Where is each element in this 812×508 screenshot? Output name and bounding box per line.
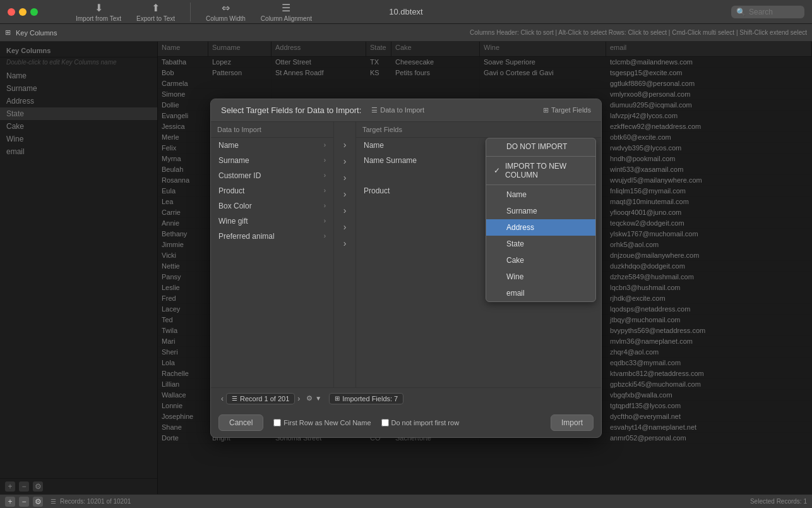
key-columns-label: Key Columns (16, 29, 57, 37)
toolbar-divider (190, 3, 191, 21)
selected-records: Selected Records: 1 (750, 498, 807, 505)
record-prev-button[interactable]: ‹ (218, 394, 226, 403)
first-row-checkbox[interactable] (273, 419, 281, 426)
target-panel-header: Target Fields (356, 122, 601, 138)
column-width-icon: ⇔ (219, 1, 232, 14)
data-to-import-label: Data to Import (380, 106, 424, 114)
gear-icon-small: ⚙ (306, 394, 313, 402)
column-width-button[interactable]: ⇔ Column Width (206, 1, 246, 22)
source-item-surname[interactable]: Surname › (211, 153, 333, 168)
arrow-right-winegift: › (324, 217, 326, 224)
arrow-customerid[interactable]: › (337, 170, 352, 185)
source-item-winegift[interactable]: Wine gift › (211, 214, 333, 229)
options-area: ⚙ ▼ (306, 394, 321, 402)
arrow-right-preferredanimal: › (324, 233, 326, 239)
arrow-right-boxcolor: › (324, 202, 326, 209)
dialog-overlay: Select Target Fields for Data to Import:… (0, 42, 812, 494)
imported-fields-text: Imported Fields: 7 (342, 395, 398, 402)
arrow-right-product: › (324, 187, 326, 194)
dropdown-arrow: ▼ (315, 395, 321, 402)
import-button[interactable]: Import (551, 414, 594, 431)
dropdown-state[interactable]: State (486, 236, 595, 252)
search-box[interactable]: 🔍 (731, 6, 804, 18)
check-import-new-col: ✓ (494, 166, 501, 175)
do-not-import-first-row-text: Do not import first row (391, 419, 460, 426)
minimize-button[interactable] (19, 8, 27, 16)
dropdown-import-new-col[interactable]: ✓ IMPORT TO NEW COLUMN (486, 158, 595, 183)
table-remove-button[interactable]: − (19, 497, 29, 507)
main-content: Key Columns Double-click to edit Key Col… (0, 42, 812, 494)
arrow-right-surname: › (324, 157, 326, 164)
grid-icon-dialog: ⊞ (543, 106, 549, 114)
maximize-button[interactable] (30, 8, 38, 16)
arrow-product[interactable]: › (337, 186, 352, 202)
bottom-bar-right: Selected Records: 1 (750, 498, 807, 505)
first-row-text: First Row as New Col Name (284, 419, 371, 426)
first-row-label: First Row as New Col Name (273, 419, 371, 426)
bottom-bar-left: + − ⚙ ☰ Records: 10201 of 10201 (5, 497, 131, 507)
export-icon: ⬆ (150, 1, 162, 14)
dropdown-wine[interactable]: Wine (486, 269, 595, 285)
cancel-button[interactable]: Cancel (218, 414, 263, 431)
target-panel-label: Target Fields (362, 126, 402, 133)
dialog-actions: Cancel First Row as New Col Name Do not … (211, 414, 601, 437)
table-settings-button[interactable]: ⚙ (33, 497, 43, 507)
dropdown-cake[interactable]: Cake (486, 252, 595, 269)
dropdown-email[interactable]: email (486, 285, 595, 301)
arrow-name[interactable]: › (337, 137, 352, 152)
target-dropdown-menu: DO NOT IMPORT ✓ IMPORT TO NEW COLUMN Nam… (486, 138, 596, 302)
import-from-text-button[interactable]: ⬇ Import from Text (76, 1, 121, 22)
dropdown-separator-1 (486, 156, 595, 157)
dropdown-do-not-import[interactable]: DO NOT IMPORT (486, 138, 595, 155)
traffic-lights (8, 8, 38, 16)
toolbar: ⬇ Import from Text ⬆ Export to Text ⇔ Co… (76, 1, 312, 22)
title-bar: 10.dbtext ⬇ Import from Text ⬆ Export to… (0, 0, 812, 24)
target-fields-panel: Target Fields Name Name Surname Product (356, 122, 601, 387)
dropdown-name[interactable]: Name (486, 186, 595, 203)
record-nav-text: Record 1 of 201 (240, 395, 289, 402)
list-icon: ☰ (371, 106, 378, 114)
dropdown-separator-2 (486, 184, 595, 185)
import-dialog: Select Target Fields for Data to Import:… (210, 99, 602, 438)
arrow-preferredanimal[interactable]: › (337, 236, 352, 251)
do-not-import-first-row-label: Do not import first row (381, 419, 460, 426)
source-item-product[interactable]: Product › (211, 183, 333, 198)
dialog-body: Data to Import Name › Surname › Customer… (211, 122, 601, 387)
source-panel-label: Data to Import (217, 126, 261, 133)
source-item-preferredanimal[interactable]: Preferred animal › (211, 229, 333, 244)
grid-icon: ⊞ (5, 28, 11, 37)
grid-icon-small: ⊞ (335, 395, 340, 402)
do-not-import-first-row-checkbox[interactable] (381, 419, 389, 426)
source-fields-panel: Data to Import Name › Surname › Customer… (211, 122, 334, 387)
dialog-footer: ‹ ☰ Record 1 of 201 › ⚙ ▼ ⊞ Imported Fie… (211, 387, 601, 409)
arrow-winegift[interactable]: › (337, 219, 352, 234)
column-alignment-button[interactable]: ☰ Column Alignment (261, 1, 312, 22)
export-to-text-button[interactable]: ⬆ Export to Text (136, 1, 175, 22)
imported-fields: ⊞ Imported Fields: 7 (329, 393, 403, 404)
dialog-title-label: Select Target Fields for Data to Import: (221, 106, 361, 115)
table-add-button[interactable]: + (5, 497, 15, 507)
source-items-list: Name › Surname › Customer ID › Product (211, 138, 333, 387)
source-item-boxcolor[interactable]: Box Color › (211, 198, 333, 214)
import-icon: ⬇ (92, 1, 105, 14)
search-input[interactable] (749, 8, 799, 16)
record-next-button[interactable]: › (295, 394, 302, 403)
close-button[interactable] (8, 8, 15, 16)
arrow-boxcolor[interactable]: › (337, 203, 352, 218)
window-title: 10.dbtext (389, 7, 423, 16)
search-icon: 🔍 (736, 8, 746, 16)
dropdown-surname[interactable]: Surname (486, 203, 595, 219)
target-items-list: Name Name Surname Product DO NOT IMPORT (356, 138, 601, 387)
list-icon-bottom: ☰ (51, 498, 56, 505)
arrow-surname[interactable]: › (337, 154, 352, 169)
source-item-name[interactable]: Name › (211, 138, 333, 153)
dropdown-address[interactable]: Address (486, 219, 595, 236)
columns-info: Columns Header: Click to sort | Alt-Clic… (470, 29, 807, 36)
column-alignment-icon: ☰ (280, 1, 292, 14)
dialog-header: Select Target Fields for Data to Import:… (211, 99, 601, 122)
sub-toolbar: ⊞ Key Columns Columns Header: Click to s… (0, 24, 812, 42)
record-nav: ☰ Record 1 of 201 (226, 393, 295, 404)
middle-arrows-col: › › › › › › › (334, 122, 356, 387)
arrow-right-name: › (324, 142, 326, 148)
source-item-customerid[interactable]: Customer ID › (211, 168, 333, 183)
